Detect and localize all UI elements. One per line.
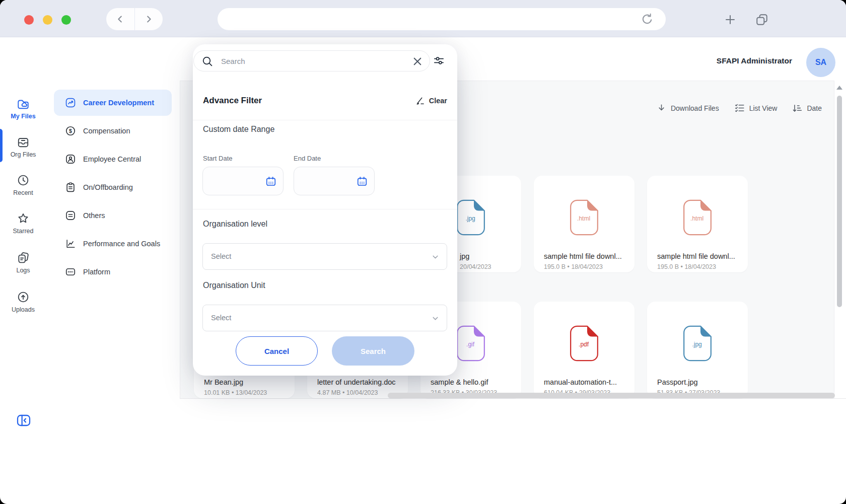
advance-filter-modal: Advance Filter Clear Custom date Range S… [193,44,457,376]
org-level-label: Organisation level [203,220,267,229]
sort-by-date-button[interactable]: Date [792,103,822,113]
horizontal-scrollbar-thumb[interactable] [388,393,835,398]
avatar[interactable]: SA [806,48,835,77]
svg-text:.gif: .gif [466,341,475,348]
date-range-section-title: Custom date Range [203,125,274,134]
svg-text:.jpg: .jpg [465,215,475,222]
primary-sidebar: My Files Org Files Recent [0,37,46,399]
svg-text:.html: .html [577,215,590,222]
close-icon[interactable] [413,57,421,65]
user-name: SFAPI Administrator [717,56,792,65]
file-name: Mr Bean.jpg [204,378,290,386]
svg-text:.html: .html [690,215,703,222]
category-employee-central[interactable]: Employee Central [54,146,172,172]
search-bar [193,50,430,71]
calendar-icon [357,176,368,187]
modal-title: Advance Filter [203,96,262,106]
sidebar-item-my-files[interactable]: My Files [0,92,46,125]
file-meta: 195.0 B • 18/04/2023 [657,263,745,270]
search-icon [201,55,214,67]
chevron-left-icon [115,14,126,25]
file-card[interactable]: .html sample html file downl... 195.0 B … [534,176,634,272]
address-bar[interactable] [218,8,666,30]
calendar-icon [265,176,276,187]
divider [193,209,457,209]
html-file-icon: .html [682,199,713,236]
upload-circle-icon [17,291,30,304]
minimize-window-button[interactable] [43,15,52,25]
new-tab-button[interactable] [724,14,736,26]
file-card[interactable]: .jpg Passport.jpg 51.83 KB • 27/03/2023 [647,302,748,398]
file-card[interactable]: .pdf manual-automation-t... 610.04 KB • … [534,302,634,398]
search-input[interactable] [221,53,402,69]
org-level-select[interactable]: Select [202,243,447,270]
cancel-button[interactable]: Cancel [236,336,318,366]
category-platform[interactable]: Platform [54,259,172,285]
collapse-panel-icon [16,412,32,428]
category-on-offboarding[interactable]: On/Offboarding [54,174,172,200]
category-others[interactable]: Others [54,202,172,229]
vertical-scrollbar-thumb[interactable] [837,96,842,307]
start-date-label: Start Date [203,155,233,162]
end-date-input[interactable] [294,167,375,195]
filter-sliders-icon[interactable] [433,55,445,66]
clear-brush-icon [415,96,425,106]
dollar-circle-icon: $ [65,125,76,136]
tab-overview-button[interactable] [755,13,768,26]
refresh-button[interactable] [641,13,654,26]
star-icon [17,212,30,225]
folder-cloud-icon [17,97,30,110]
chevron-down-icon [431,314,440,323]
line-chart-icon [65,238,76,249]
file-name: sample html file downl... [544,252,629,260]
end-date-label: End Date [294,155,321,162]
trend-chart-icon [65,97,76,108]
employee-badge-icon [65,154,76,165]
platform-card-icon [65,266,76,277]
list-view-button[interactable]: List View [734,103,778,113]
tabs-icon [755,13,768,26]
sidebar-item-recent[interactable]: Recent [0,168,46,201]
files-toolbar: Download Files List View Date [657,103,822,113]
search-submit-button[interactable]: Search [332,336,414,366]
sidebar-item-org-files[interactable]: Org Files [0,130,46,163]
clear-filters-button[interactable]: Clear [415,96,447,106]
close-window-button[interactable] [24,15,34,25]
plus-icon [724,14,736,26]
svg-text:$: $ [69,128,72,134]
file-name: sample & hello.gif [431,378,516,386]
clipboard-icon [65,182,76,193]
org-unit-label: Organisation Unit [203,281,265,290]
sidebar-item-starred[interactable]: Starred [0,206,46,240]
download-files-button[interactable]: Download Files [657,103,719,113]
sidebar-item-uploads[interactable]: Uploads [0,285,46,318]
chevron-down-icon [431,253,440,261]
svg-text:.pdf: .pdf [579,341,589,348]
sort-descending-icon [792,103,802,113]
scrollbar-up-arrow[interactable] [836,86,842,90]
file-card[interactable]: .html sample html file downl... 195.0 B … [647,176,748,272]
sidebar-item-logs[interactable]: Logs [0,246,46,279]
html-file-icon: .html [569,199,600,236]
clock-icon [17,174,30,187]
download-icon [657,103,666,113]
chevron-right-icon [143,14,154,25]
browser-nav [106,8,163,30]
app-window: .jpg jpg 20/04/2023 .html sample html fi… [0,0,846,504]
forward-button[interactable] [135,8,163,30]
org-unit-select[interactable]: Select [202,305,447,331]
pdf-file-icon: .pdf [569,325,600,362]
list-view-icon [734,103,745,113]
file-name: sample html file downl... [657,252,743,260]
scrollbar-track-line [834,81,834,399]
collapse-sidebar-button[interactable] [16,412,32,428]
zoom-window-button[interactable] [61,15,71,25]
file-name: Passport.jpg [657,378,743,386]
category-performance-and-goals[interactable]: Performance and Goals [54,231,172,257]
svg-text:.jpg: .jpg [692,341,701,348]
back-button[interactable] [106,8,134,30]
category-career-development[interactable]: Career Development [54,90,172,116]
list-square-icon [65,210,76,221]
category-compensation[interactable]: $ Compensation [54,118,172,144]
start-date-input[interactable] [202,167,284,195]
